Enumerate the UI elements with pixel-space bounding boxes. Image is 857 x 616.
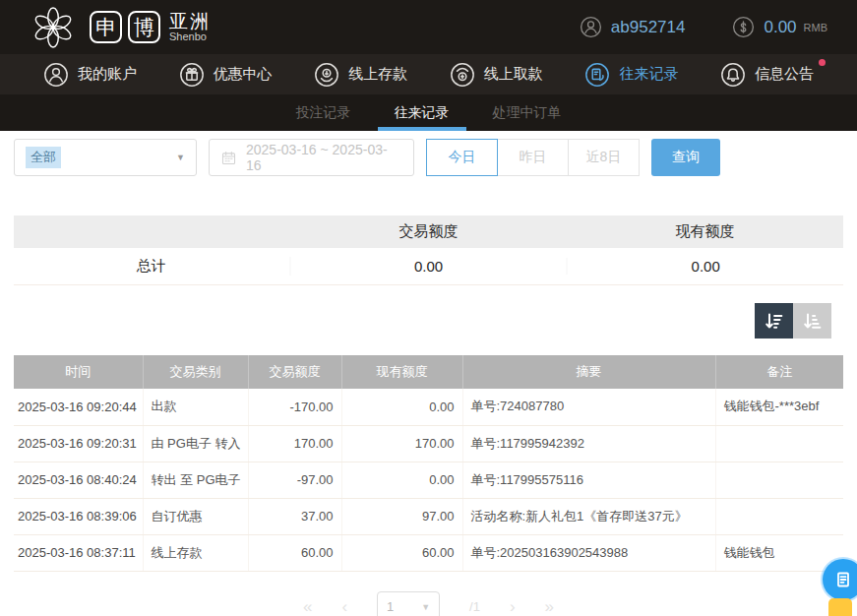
cell-time: 2025-03-16 09:20:31	[14, 425, 143, 462]
calendar-icon	[220, 150, 237, 166]
main-nav: 我的账户优惠中心线上存款线上取款往来记录信息公告	[0, 54, 857, 94]
summary-balance-value: 0.00	[568, 258, 843, 275]
cell-balance: 97.00	[341, 498, 462, 534]
cell-remark: 钱能钱包-***3ebf	[715, 389, 843, 425]
date-range-input[interactable]: 2025-03-16 ~ 2025-03-16	[209, 139, 414, 176]
quick-button-last-8-days[interactable]: 近8日	[568, 139, 640, 176]
cell-balance: 0.00	[341, 462, 462, 498]
nav-item-label: 优惠中心	[214, 65, 273, 84]
nav-item-label: 线上存款	[348, 65, 407, 84]
brand-region: 亚洲	[169, 12, 211, 31]
column-header-2[interactable]: 交易额度	[248, 355, 341, 389]
withdraw-coin-icon	[450, 62, 475, 88]
bell-icon	[720, 62, 746, 88]
column-header-5[interactable]: 备注	[715, 355, 843, 389]
chevron-down-icon: ▼	[176, 153, 185, 162]
cell-amount: -170.00	[248, 389, 341, 425]
balance-display[interactable]: 0.00 RMB	[732, 16, 827, 38]
sort-descending-button[interactable]	[755, 303, 793, 339]
type-select[interactable]: 全部 ▼	[14, 139, 197, 176]
nav-item-label: 信息公告	[755, 65, 814, 84]
table-row: 2025-03-16 09:20:31由 PG电子 转入170.00170.00…	[14, 425, 843, 462]
type-select-value: 全部	[26, 147, 61, 168]
cell-balance: 170.00	[341, 425, 462, 462]
column-header-1[interactable]: 交易类别	[143, 355, 248, 389]
cell-summary: 单号:724087780	[462, 389, 715, 425]
cell-type: 由 PG电子 转入	[143, 425, 248, 462]
cell-remark	[715, 462, 843, 498]
currency-label: RMB	[804, 22, 827, 33]
quick-button-yesterday[interactable]: 昨日	[497, 139, 569, 176]
cell-type: 自订优惠	[143, 498, 248, 534]
last-page-button[interactable]: »	[545, 598, 554, 615]
summary-header: 交易额度 现有额度	[14, 216, 843, 248]
nav-item-online-deposit[interactable]: 线上存款	[314, 62, 407, 88]
cell-balance: 0.00	[341, 389, 462, 425]
nav-item-transaction-records[interactable]: 往来记录	[584, 62, 678, 88]
summary-total-label: 总计	[14, 257, 291, 276]
summary-col-transaction: 交易额度	[290, 222, 567, 241]
tab-pending-orders[interactable]: 处理中订单	[476, 94, 579, 131]
next-page-button[interactable]: ›	[510, 598, 516, 615]
column-header-3[interactable]: 现有额度	[341, 355, 462, 389]
cell-time: 2025-03-16 08:39:06	[14, 498, 143, 534]
pagination: « ‹ 1 ▼ /1 › »	[0, 591, 857, 616]
quick-date-buttons: 今日昨日近8日	[426, 139, 640, 176]
cell-balance: 60.00	[341, 534, 462, 571]
chevron-down-icon: ▼	[421, 602, 430, 612]
gift-icon	[179, 62, 205, 88]
search-button[interactable]: 查询	[651, 139, 720, 176]
cell-amount: -97.00	[248, 462, 341, 498]
page-select[interactable]: 1 ▼	[377, 591, 440, 616]
page-select-value: 1	[387, 599, 394, 614]
cell-amount: 37.00	[248, 498, 341, 534]
nav-item-my-account[interactable]: 我的账户	[43, 62, 137, 88]
cell-type: 线上存款	[143, 534, 248, 571]
tab-bet-records[interactable]: 投注记录	[279, 94, 368, 131]
nav-item-online-withdraw[interactable]: 线上取款	[450, 62, 543, 88]
deposit-coin-icon	[314, 62, 339, 88]
first-page-button[interactable]: «	[303, 598, 312, 615]
tab-transaction-records[interactable]: 往来记录	[378, 94, 466, 131]
user-circle-icon	[580, 16, 602, 38]
date-range-value: 2025-03-16 ~ 2025-03-16	[246, 142, 402, 173]
cell-amount: 60.00	[248, 534, 341, 571]
nav-item-announcements[interactable]: 信息公告	[720, 62, 814, 88]
cell-time: 2025-03-16 09:20:44	[14, 389, 143, 425]
cell-remark	[715, 498, 843, 534]
transactions-table: 时间交易类别交易额度现有额度摘要备注 2025-03-16 09:20:44出款…	[14, 355, 843, 572]
account-menu[interactable]: ab952714	[580, 16, 686, 38]
nav-item-label: 往来记录	[619, 65, 678, 84]
chat-widget	[813, 559, 857, 616]
top-header: 申 博 亚洲 Shenbo ab952714 0.00 RMB	[0, 0, 857, 54]
brand-subtitle: Shenbo	[169, 31, 211, 42]
cell-type: 出款	[143, 389, 248, 425]
table-row: 2025-03-16 09:20:44出款-170.000.00单号:72408…	[14, 389, 843, 425]
cell-summary: 单号:117995575116	[462, 462, 715, 498]
nav-item-label: 线上取款	[484, 65, 543, 84]
cell-summary: 活动名称:新人礼包1《首存即送37元》	[462, 498, 715, 534]
page-total-label: /1	[469, 599, 480, 614]
summary-total-row: 总计 0.00 0.00	[14, 248, 843, 285]
cell-amount: 170.00	[248, 425, 341, 462]
column-header-0[interactable]: 时间	[14, 355, 143, 389]
username: ab952714	[611, 18, 686, 37]
sort-ascending-icon	[801, 310, 824, 333]
flower-logo-icon	[26, 3, 81, 52]
notification-badge-icon	[819, 59, 826, 66]
balance-amount: 0.00	[764, 18, 796, 37]
prev-page-button[interactable]: ‹	[341, 598, 347, 615]
column-header-4[interactable]: 摘要	[462, 355, 715, 389]
nav-item-promo-center[interactable]: 优惠中心	[179, 62, 273, 88]
brand-logo[interactable]: 申 博 亚洲 Shenbo	[26, 3, 211, 52]
cell-summary: 单号:202503163902543988	[462, 534, 715, 571]
brand-text: 亚洲 Shenbo	[169, 12, 211, 43]
table-row: 2025-03-16 08:40:24转出 至 PG电子-97.000.00单号…	[14, 462, 843, 498]
quick-button-today[interactable]: 今日	[426, 139, 498, 176]
sort-ascending-button[interactable]	[793, 303, 831, 339]
chat-widget-accent	[828, 598, 852, 616]
table-body: 2025-03-16 09:20:44出款-170.000.00单号:72408…	[14, 389, 843, 571]
filter-bar: 全部 ▼ 2025-03-16 ~ 2025-03-16 今日昨日近8日 查询	[0, 131, 857, 176]
customer-service-icon[interactable]	[823, 559, 857, 600]
cell-type: 转出 至 PG电子	[143, 462, 248, 498]
